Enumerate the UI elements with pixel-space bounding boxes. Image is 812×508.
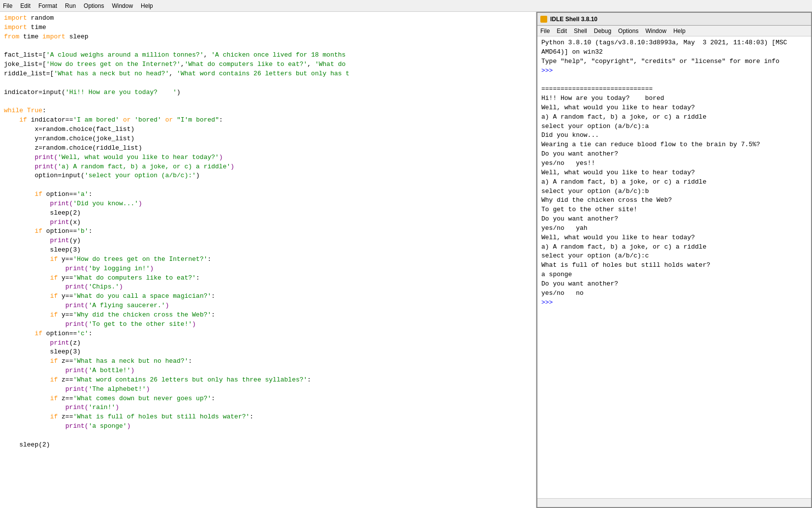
shell-menu-edit[interactable]: Edit <box>557 28 567 34</box>
shell-menu-help[interactable]: Help <box>673 28 686 34</box>
shell-menu-bar: File Edit Shell Debug Options Window Hel… <box>537 26 811 36</box>
menu-edit[interactable]: Edit <box>20 2 31 9</box>
menu-file[interactable]: File <box>3 2 12 9</box>
editor-panel[interactable]: import random import time from time impo… <box>0 12 536 508</box>
shell-menu-window[interactable]: Window <box>645 28 666 34</box>
main-area: import random import time from time impo… <box>0 12 812 508</box>
shell-menu-options[interactable]: Options <box>618 28 638 34</box>
menu-window[interactable]: Window <box>112 2 133 9</box>
shell-title-bar: IDLE Shell 3.8.10 <box>537 13 811 26</box>
shell-menu-shell[interactable]: Shell <box>574 28 587 34</box>
editor-content: import random import time from time impo… <box>0 12 536 452</box>
menu-bar: File Edit Format Run Options Window Help <box>0 0 812 12</box>
shell-menu-file[interactable]: File <box>540 28 550 34</box>
shell-bottom-bar <box>537 498 811 507</box>
shell-menu-debug[interactable]: Debug <box>594 28 611 34</box>
shell-output[interactable]: Python 3.8.10 (tags/v3.8.10:3d8993a, May… <box>537 36 811 498</box>
menu-format[interactable]: Format <box>38 2 57 9</box>
shell-icon <box>540 16 547 23</box>
menu-run[interactable]: Run <box>65 2 76 9</box>
menu-help[interactable]: Help <box>141 2 153 9</box>
shell-panel: IDLE Shell 3.8.10 File Edit Shell Debug … <box>536 12 812 508</box>
shell-title: IDLE Shell 3.8.10 <box>550 16 808 23</box>
menu-options[interactable]: Options <box>84 2 104 9</box>
